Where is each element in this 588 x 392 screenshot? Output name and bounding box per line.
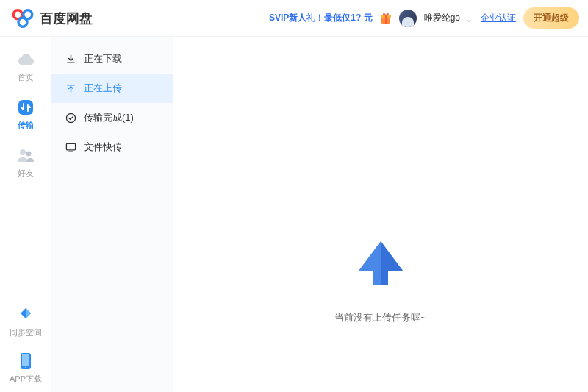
sidebar-item-downloading[interactable]: 正在下载 — [51, 44, 173, 74]
upload-icon — [65, 82, 76, 94]
phone-icon — [16, 352, 35, 371]
empty-upload-icon — [351, 238, 410, 296]
vip-upgrade-button[interactable]: 开通超级 — [523, 7, 579, 29]
download-icon — [65, 53, 76, 65]
sidebar-item-uploading[interactable]: 正在上传 — [51, 74, 173, 103]
app-title: 百度网盘 — [40, 10, 93, 27]
sidebar-item-completed[interactable]: 传输完成(1) — [51, 103, 173, 132]
sidebar-downloading-label: 正在下载 — [84, 52, 122, 65]
content-area: 当前没有上传任务喔~ — [173, 37, 588, 392]
sync-icon — [16, 305, 35, 324]
nav-friends-label: 好友 — [18, 168, 34, 179]
svg-rect-5 — [385, 15, 387, 24]
sidebar-quick-transfer-label: 文件快传 — [84, 140, 122, 154]
sidebar-item-quick-transfer[interactable]: 文件快传 — [51, 132, 173, 162]
gift-icon — [380, 13, 392, 24]
left-nav: 首页 传输 好友 同步空间 APP — [0, 37, 51, 392]
main-area: 首页 传输 好友 同步空间 APP — [0, 37, 588, 392]
transfer-sidebar: 正在下载 正在上传 传输完成(1) 文件快传 — [51, 37, 173, 392]
nav-friends[interactable]: 好友 — [0, 146, 51, 179]
nav-home[interactable]: 首页 — [0, 50, 51, 83]
empty-state-text: 当前没有上传任务喔~ — [334, 311, 426, 324]
enterprise-auth-link[interactable]: 企业认证 — [481, 12, 516, 24]
header-right: SVIP新人礼！最低仅1? 元 唯爱纶go ⌄ 企业认证 开通超级 — [269, 7, 579, 29]
check-circle-icon — [65, 112, 76, 124]
svg-point-2 — [18, 18, 27, 26]
svg-rect-10 — [22, 354, 29, 366]
cloud-icon — [16, 50, 35, 69]
nav-sync-label: 同步空间 — [10, 327, 42, 338]
user-menu-chevron-icon[interactable]: ⌄ — [465, 13, 473, 24]
nav-transfer-label: 传输 — [18, 120, 34, 131]
sidebar-completed-label: 传输完成(1) — [84, 111, 134, 124]
svg-rect-13 — [66, 143, 75, 149]
nav-home-label: 首页 — [18, 72, 34, 83]
logo[interactable]: 百度网盘 — [12, 8, 93, 29]
friends-icon — [16, 146, 35, 165]
user-avatar[interactable] — [399, 10, 417, 27]
nav-transfer[interactable]: 传输 — [0, 98, 51, 131]
svg-point-11 — [25, 367, 26, 368]
nav-app-download[interactable]: APP下载 — [0, 352, 51, 385]
svip-promo-link[interactable]: SVIP新人礼！最低仅1? 元 — [269, 12, 373, 24]
header: 百度网盘 SVIP新人礼！最低仅1? 元 唯爱纶go ⌄ 企业认证 开通超级 — [0, 0, 588, 37]
svg-point-8 — [26, 152, 32, 157]
baidu-netdisk-logo-icon — [12, 8, 34, 29]
monitor-icon — [65, 141, 76, 153]
nav-app-label: APP下载 — [10, 374, 42, 385]
svg-point-7 — [20, 149, 26, 155]
username[interactable]: 唯爱纶go — [424, 12, 460, 24]
nav-sync[interactable]: 同步空间 — [0, 305, 51, 338]
transfer-icon — [16, 98, 35, 117]
sidebar-uploading-label: 正在上传 — [84, 82, 122, 95]
